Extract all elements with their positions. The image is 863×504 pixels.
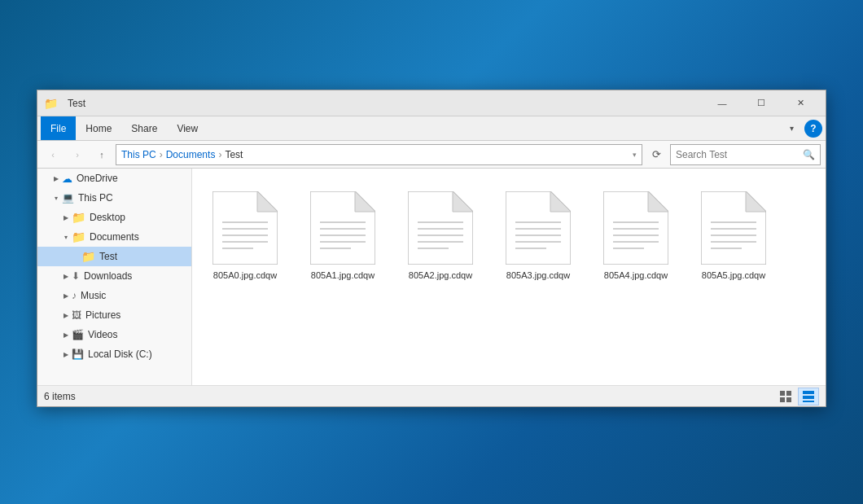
title-bar: 📁 Test — ☐ ✕: [37, 90, 826, 116]
file-item-5[interactable]: 805A5.jpg.cdqw: [689, 185, 778, 287]
svg-rect-46: [803, 391, 814, 394]
menu-view[interactable]: View: [167, 116, 208, 140]
sidebar-label-this-pc: This PC: [78, 192, 113, 204]
expand-arrow-music: ▶: [60, 290, 72, 301]
breadcrumb-dropdown[interactable]: ▾: [633, 151, 637, 159]
close-button[interactable]: ✕: [782, 90, 819, 116]
sidebar-label-documents: Documents: [90, 231, 139, 243]
svg-marker-36: [746, 191, 766, 212]
file-svg-0: [212, 191, 278, 265]
breadcrumb-documents[interactable]: Documents: [166, 149, 216, 160]
menu-right: ▾ ?: [782, 119, 822, 138]
up-button[interactable]: ↑: [91, 144, 112, 165]
sidebar-label-local-disk: Local Disk (C:): [88, 348, 152, 360]
expand-arrow-local-disk: ▶: [60, 348, 72, 360]
search-icon[interactable]: 🔍: [803, 149, 815, 160]
help-button[interactable]: ?: [804, 120, 822, 138]
pictures-icon: 🖼: [72, 309, 81, 321]
file-icon-wrapper-5: [701, 191, 766, 265]
svg-rect-45: [786, 397, 791, 402]
view-tiles-button[interactable]: [798, 388, 819, 405]
svg-rect-47: [803, 396, 814, 399]
expand-arrow-videos: ▶: [60, 329, 72, 340]
sidebar-item-onedrive[interactable]: ▶ ☁ OneDrive: [37, 169, 191, 188]
pc-icon: 💻: [62, 192, 74, 204]
sidebar-item-documents[interactable]: ▾ 📁 Documents: [37, 227, 191, 247]
maximize-button[interactable]: ☐: [743, 90, 780, 116]
sidebar-item-downloads[interactable]: ▶ ⬇ Downloads: [37, 266, 191, 286]
svg-marker-15: [453, 191, 473, 212]
sidebar-item-test[interactable]: 📁 Test: [37, 247, 191, 266]
sidebar-item-local-disk[interactable]: ▶ 💾 Local Disk (C:): [37, 344, 191, 364]
menu-bar: File Home Share View ▾ ?: [37, 116, 826, 141]
file-svg-3: [506, 191, 571, 265]
breadcrumb-sep-1: ›: [160, 149, 163, 160]
file-item-2[interactable]: 805A2.jpg.cdqw: [396, 185, 485, 287]
folder-icon-test: 📁: [81, 250, 95, 263]
tiles-view-icon: [802, 390, 815, 403]
svg-rect-43: [786, 391, 791, 396]
forward-button[interactable]: ›: [67, 144, 88, 165]
file-item-3[interactable]: 805A3.jpg.cdqw: [493, 185, 583, 287]
file-name-3: 805A3.jpg.cdqw: [506, 270, 570, 281]
menu-file[interactable]: File: [41, 116, 76, 140]
file-icon-wrapper-0: [212, 191, 278, 265]
item-count: 6 items: [44, 391, 775, 402]
view-buttons: [775, 388, 819, 405]
expand-arrow-desktop: ▶: [60, 212, 72, 223]
expand-arrow-downloads: ▶: [60, 270, 72, 282]
window-title: Test: [68, 98, 703, 109]
file-name-4: 805A4.jpg.cdqw: [604, 270, 668, 281]
sidebar-label-music: Music: [81, 290, 106, 301]
menu-expand-button[interactable]: ▾: [782, 119, 801, 138]
window-controls: — ☐ ✕: [703, 90, 819, 116]
search-box[interactable]: 🔍: [670, 144, 821, 165]
title-folder-icon: 📁: [44, 97, 58, 110]
file-item-4[interactable]: 805A4.jpg.cdqw: [591, 185, 681, 287]
file-name-0: 805A0.jpg.cdqw: [213, 270, 277, 281]
search-input[interactable]: [676, 149, 803, 160]
file-svg-5: [701, 191, 766, 265]
title-bar-icons: 📁: [44, 97, 58, 110]
sidebar-item-pictures[interactable]: ▶ 🖼 Pictures: [37, 305, 191, 325]
svg-marker-8: [355, 191, 375, 212]
sidebar-item-desktop[interactable]: ▶ 📁 Desktop: [37, 208, 191, 227]
svg-marker-22: [550, 191, 571, 212]
folder-icon-documents: 📁: [72, 230, 85, 243]
sidebar-item-music[interactable]: ▶ ♪ Music: [37, 286, 191, 305]
menu-home[interactable]: Home: [76, 116, 121, 140]
cloud-icon: ☁: [62, 173, 72, 185]
file-svg-2: [408, 191, 473, 265]
back-button[interactable]: ‹: [42, 144, 64, 165]
file-name-5: 805A5.jpg.cdqw: [702, 270, 765, 281]
sidebar-item-this-pc[interactable]: ▾ 💻 This PC: [37, 188, 191, 208]
minimize-button[interactable]: —: [703, 90, 741, 116]
expand-arrow-documents: ▾: [60, 231, 72, 243]
file-item-1[interactable]: 805A1.jpg.cdqw: [298, 185, 388, 287]
file-item-0[interactable]: 805A0.jpg.cdqw: [200, 185, 290, 287]
music-icon: ♪: [72, 290, 77, 301]
refresh-button[interactable]: ⟳: [646, 144, 667, 165]
sidebar-label-videos: Videos: [88, 329, 117, 340]
svg-rect-44: [780, 397, 785, 402]
sidebar-label-test: Test: [99, 251, 117, 262]
sidebar-item-videos[interactable]: ▶ 🎬 Videos: [37, 325, 191, 344]
breadcrumb-sep-2: ›: [218, 149, 221, 160]
file-name-2: 805A2.jpg.cdqw: [409, 270, 472, 281]
file-name-1: 805A1.jpg.cdqw: [311, 270, 375, 281]
details-view-icon: [779, 390, 792, 403]
breadcrumb-this-pc[interactable]: This PC: [121, 149, 156, 160]
folder-icon-desktop: 📁: [72, 211, 85, 224]
file-icon-wrapper-2: [408, 191, 473, 265]
svg-marker-1: [257, 191, 278, 212]
drive-icon: 💾: [72, 348, 84, 360]
menu-share[interactable]: Share: [121, 116, 167, 140]
download-icon: ⬇: [72, 270, 80, 282]
sidebar-label-onedrive: OneDrive: [77, 173, 118, 184]
breadcrumb[interactable]: This PC › Documents › Test ▾: [116, 144, 642, 165]
status-bar: 6 items: [37, 385, 826, 406]
expand-arrow-this-pc: ▾: [50, 192, 62, 204]
view-details-button[interactable]: [775, 388, 796, 405]
breadcrumb-test[interactable]: Test: [225, 149, 243, 160]
svg-marker-29: [648, 191, 668, 212]
